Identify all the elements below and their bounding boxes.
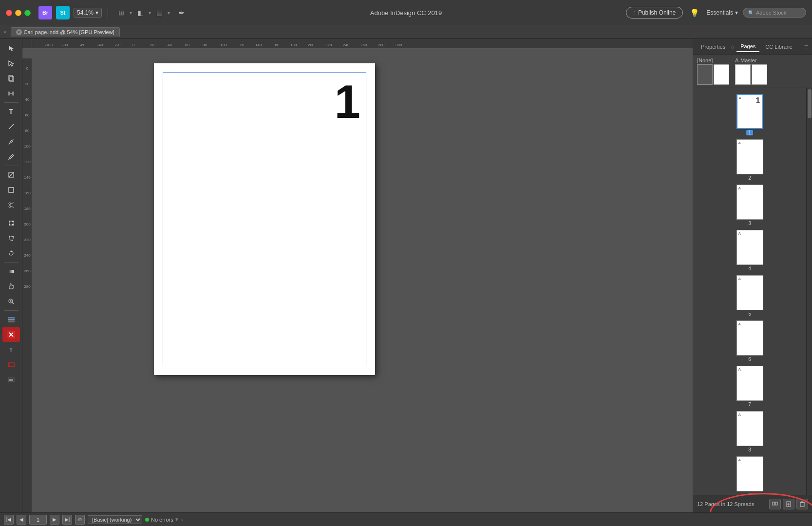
zoom-chevron-icon: ▾ (95, 9, 98, 16)
view-mode-btn-1[interactable]: ⊞ (114, 6, 129, 19)
bridge-icon[interactable]: Br (38, 6, 52, 19)
page-item-1[interactable]: A 1 1 (693, 92, 806, 137)
ruler-horizontal: -100 -80 -60 -40 -20 0 20 40 60 80 100 1… (32, 39, 693, 49)
page-thumbnail-4[interactable]: A (736, 230, 763, 265)
master-none-label: [None] (697, 57, 713, 63)
page-number-input[interactable]: 1 (29, 515, 47, 525)
profile-selector[interactable]: [Basic] (working) (88, 515, 142, 524)
pencil-tool[interactable] (2, 150, 20, 164)
last-page-button[interactable]: ▶| (62, 515, 72, 525)
tab-properties[interactable]: Properties (697, 42, 729, 52)
close-button[interactable] (6, 10, 12, 16)
master-none-thumbnail[interactable] (697, 64, 713, 85)
publish-label: Publish Online (638, 9, 676, 16)
master-a-thumbnail[interactable] (735, 64, 751, 85)
minimize-button[interactable] (15, 10, 21, 16)
tool-separator-3 (4, 214, 19, 214)
page-thumbnail-6[interactable]: A (736, 320, 763, 356)
essentials-chevron-icon: ▾ (735, 9, 738, 16)
page-thumb-wrapper-4: A (736, 230, 763, 265)
new-spread-button[interactable] (769, 499, 781, 509)
gap-tool[interactable] (2, 86, 20, 101)
page-thumbnail-5[interactable]: A (736, 275, 763, 310)
canvas-content[interactable]: 1 (42, 49, 693, 512)
media-tool[interactable] (2, 373, 20, 387)
page-item-6[interactable]: A 6 (693, 319, 806, 364)
preflight-status-button[interactable]: ⊙ (75, 515, 85, 525)
prev-page-button[interactable]: ◀ (17, 515, 26, 525)
tab-label: Carl page.indd @ 54% [GPU Preview] (24, 29, 114, 35)
essentials-button[interactable]: Essentials ▾ (706, 9, 738, 16)
next-page-button[interactable]: ▶ (50, 515, 59, 525)
transform-tool[interactable] (2, 216, 20, 230)
page-thumbnail-7[interactable]: A (736, 366, 763, 401)
feather-icon[interactable]: ✒ (174, 6, 189, 19)
direct-selection-tool[interactable] (2, 56, 20, 71)
tab-cc-libraries[interactable]: CC Librarie (761, 42, 796, 52)
svg-rect-19 (9, 236, 13, 240)
maximize-button[interactable] (24, 10, 31, 16)
app-title: Adobe InDesign CC 2019 (370, 9, 442, 17)
preflight-tool[interactable] (2, 327, 20, 342)
hand-tool[interactable] (2, 279, 20, 294)
first-page-button[interactable]: |◀ (4, 515, 14, 525)
scissors-tool[interactable] (2, 198, 20, 212)
page-thumbnail-8[interactable]: A (736, 411, 763, 446)
page-item-9[interactable]: A 9 (693, 454, 806, 495)
page-item-7[interactable]: A 7 (693, 364, 806, 409)
svg-rect-21 (9, 270, 14, 273)
svg-rect-16 (12, 221, 14, 222)
rotate-tool[interactable] (2, 246, 20, 261)
page-item-5[interactable]: A 5 (693, 273, 806, 319)
svg-line-5 (9, 124, 14, 129)
view-controls: ⊞ ▾ ◧ ▾ ▦ ▾ (114, 6, 170, 19)
document-tab[interactable]: ✕ Carl page.indd @ 54% [GPU Preview] (11, 27, 120, 37)
view-mode-btn-2[interactable]: ◧ (133, 6, 148, 19)
stock-icon[interactable]: St (56, 6, 70, 19)
master-a-thumbnail-right[interactable] (752, 64, 767, 85)
collapse-arrow-icon[interactable]: « (4, 29, 7, 35)
svg-rect-26 (8, 317, 15, 319)
type-tool[interactable]: T (2, 104, 20, 119)
page-thumbnail-1[interactable]: A 1 (736, 94, 763, 129)
page-item-4[interactable]: A 4 (693, 228, 806, 273)
svg-rect-27 (8, 319, 15, 320)
page-thumbnail-3[interactable]: A (736, 185, 763, 220)
free-transform-tool[interactable] (2, 231, 20, 245)
svg-rect-37 (775, 502, 777, 505)
gradient-tool[interactable] (2, 264, 20, 279)
tab-diamond-icon: ◇ (731, 44, 735, 49)
panel-menu-button[interactable]: ≡ (804, 43, 808, 51)
search-placeholder: Adobe Stock (756, 10, 786, 16)
page-thumbnail-2[interactable]: A (736, 139, 763, 174)
selection-tool[interactable] (2, 41, 20, 56)
view-mode-btn-3[interactable]: ▦ (152, 6, 167, 19)
error-status: No errors ▾ (145, 516, 178, 523)
new-page-button[interactable] (783, 499, 794, 509)
master-none-thumbnail-right[interactable] (714, 64, 729, 85)
panel-scrollbar[interactable] (806, 88, 812, 495)
page-item-3[interactable]: A 3 (693, 183, 806, 228)
layers-panel-tool[interactable] (2, 312, 20, 327)
rectangle-frame-tool[interactable] (2, 168, 20, 182)
line-tool[interactable] (2, 119, 20, 134)
zoom-control[interactable]: 54.1% ▾ (74, 8, 102, 18)
lightbulb-button[interactable]: 💡 (688, 6, 701, 19)
rectangle-tool[interactable] (2, 183, 20, 197)
text-frame-tool[interactable]: T (2, 342, 20, 357)
search-bar[interactable]: 🔍 Adobe Stock (743, 8, 806, 18)
cross-reference-tool[interactable] (2, 357, 20, 372)
delete-page-button[interactable] (796, 499, 808, 509)
page-number-badge-3: 3 (748, 221, 751, 226)
page-thumbnail-9[interactable]: A (736, 456, 763, 491)
tab-close-button[interactable]: ✕ (16, 29, 22, 35)
page-tool[interactable] (2, 71, 20, 86)
tab-pages[interactable]: Pages (736, 41, 759, 52)
pen-tool[interactable] (2, 134, 20, 149)
publish-online-button[interactable]: ↑ Publish Online (626, 7, 683, 19)
svg-rect-17 (9, 224, 10, 225)
page-item-2[interactable]: A 2 (693, 137, 806, 183)
zoom-tool[interactable] (2, 294, 20, 309)
svg-rect-41 (800, 503, 804, 507)
page-item-8[interactable]: A 8 (693, 409, 806, 454)
